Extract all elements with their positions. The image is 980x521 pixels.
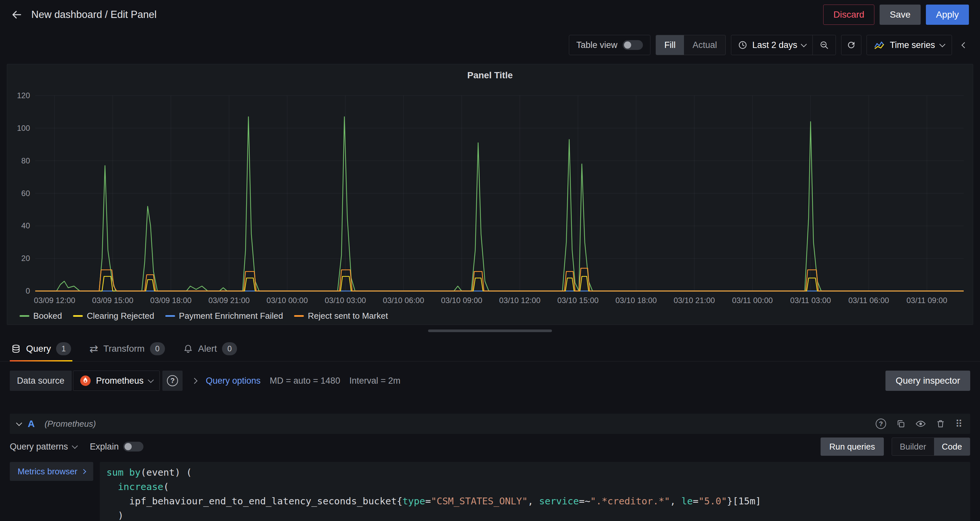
run-queries-button[interactable]: Run queries xyxy=(821,438,884,456)
metrics-browser-button[interactable]: Metrics browser xyxy=(10,462,93,481)
datasource-help-button[interactable]: ? xyxy=(162,371,183,391)
svg-text:03/10 15:00: 03/10 15:00 xyxy=(557,296,598,305)
panel: Panel Title 02040608010012003/09 12:0003… xyxy=(7,64,973,325)
fill-actual-segmented: Fill Actual xyxy=(655,35,726,55)
query-inspector-button[interactable]: Query inspector xyxy=(885,371,970,391)
tab-alert[interactable]: Alert 0 xyxy=(182,336,239,361)
actual-option[interactable]: Actual xyxy=(684,35,725,55)
svg-text:03/11 00:00: 03/11 00:00 xyxy=(732,296,773,305)
collapse-query-chevron-icon[interactable] xyxy=(16,420,22,426)
tab-query-label: Query xyxy=(26,344,51,354)
query-a-header[interactable]: A (Prometheus) ? ⠿ xyxy=(10,414,970,434)
tab-alert-badge: 0 xyxy=(222,342,237,355)
query-patterns-dropdown[interactable]: Query patterns xyxy=(10,442,77,452)
interval-text: Interval = 2m xyxy=(349,376,400,386)
discard-button[interactable]: Discard xyxy=(823,5,874,25)
svg-text:0: 0 xyxy=(26,287,30,295)
query-editor-row: Metrics browser sum by(event) ( increase… xyxy=(10,462,970,521)
datasource-row: Data source Prometheus ? Query options M… xyxy=(10,371,970,391)
datasource-select[interactable]: Prometheus xyxy=(73,371,160,391)
svg-text:03/09 18:00: 03/09 18:00 xyxy=(150,296,192,305)
fill-option[interactable]: Fill xyxy=(656,35,684,55)
chevron-left-icon xyxy=(961,42,967,48)
visualization-picker[interactable]: Time series xyxy=(867,35,952,55)
panel-resize-handle[interactable] xyxy=(428,330,552,332)
bell-icon xyxy=(183,344,193,354)
top-bar: New dashboard / Edit Panel Discard Save … xyxy=(0,0,980,29)
back-button[interactable] xyxy=(11,9,23,21)
zoom-out-icon xyxy=(819,40,829,50)
legend-swatch xyxy=(165,315,175,317)
svg-text:03/10 12:00: 03/10 12:00 xyxy=(499,296,541,305)
explain-group: Explain xyxy=(90,442,144,452)
page-title: New dashboard / Edit Panel xyxy=(31,9,156,21)
query-options-group: Query options MD = auto = 1480 Interval … xyxy=(192,376,400,386)
tab-query-badge: 1 xyxy=(56,342,71,355)
builder-code-segmented: Builder Code xyxy=(892,438,970,456)
visualization-label: Time series xyxy=(890,40,935,50)
legend-item[interactable]: Payment Enrichment Failed xyxy=(165,311,283,321)
chevron-right-icon xyxy=(191,378,197,384)
svg-text:03/10 18:00: 03/10 18:00 xyxy=(616,296,657,305)
help-circle-icon[interactable]: ? xyxy=(876,419,886,429)
datasource-name: Prometheus xyxy=(96,376,144,386)
svg-text:03/09 21:00: 03/09 21:00 xyxy=(208,296,250,305)
metrics-browser-label: Metrics browser xyxy=(18,467,77,476)
svg-text:03/10 09:00: 03/10 09:00 xyxy=(441,296,482,305)
legend-label: Reject sent to Market xyxy=(308,311,388,321)
code-option[interactable]: Code xyxy=(934,438,970,456)
timeseries-chart[interactable]: 02040608010012003/09 12:0003/09 15:0003/… xyxy=(13,83,967,308)
query-options-link[interactable]: Query options xyxy=(206,376,261,386)
tab-transform-label: Transform xyxy=(103,344,145,354)
svg-text:03/10 00:00: 03/10 00:00 xyxy=(267,296,308,305)
eye-icon[interactable] xyxy=(915,419,926,429)
svg-text:40: 40 xyxy=(21,221,30,230)
query-patterns-label: Query patterns xyxy=(10,442,68,452)
query-datasource-name: (Prometheus) xyxy=(45,419,96,429)
svg-text:100: 100 xyxy=(17,124,30,132)
timeseries-viz-icon xyxy=(874,40,885,50)
tab-query[interactable]: Query 1 xyxy=(10,336,72,361)
table-view-toggle[interactable] xyxy=(623,40,643,50)
refresh-icon xyxy=(846,40,856,50)
panel-toolbar: Table view Fill Actual Last 2 days Time … xyxy=(0,29,980,61)
legend-item[interactable]: Reject sent to Market xyxy=(294,311,388,321)
editor-tabs: Query 1 ⇄ Transform 0 Alert 0 xyxy=(0,336,980,362)
collapse-options-button[interactable] xyxy=(957,35,972,55)
query-refid: A xyxy=(28,418,35,429)
table-view-group: Table view xyxy=(569,35,651,55)
save-button[interactable]: Save xyxy=(880,5,921,25)
chevron-down-icon xyxy=(939,41,945,47)
zoom-out-button[interactable] xyxy=(813,35,835,55)
explain-toggle[interactable] xyxy=(123,442,143,451)
legend-swatch xyxy=(294,315,304,317)
drag-handle-icon[interactable]: ⠿ xyxy=(955,418,963,430)
prometheus-icon xyxy=(80,375,91,386)
svg-text:03/10 06:00: 03/10 06:00 xyxy=(383,296,424,305)
chevron-down-icon xyxy=(801,41,807,47)
legend-item[interactable]: Booked xyxy=(19,311,62,321)
refresh-button[interactable] xyxy=(841,35,861,55)
tab-alert-label: Alert xyxy=(198,344,217,354)
clock-icon xyxy=(738,40,748,50)
chart-legend: BookedClearing RejectedPayment Enrichmen… xyxy=(13,308,967,322)
legend-item[interactable]: Clearing Rejected xyxy=(73,311,154,321)
table-view-label: Table view xyxy=(576,40,617,50)
max-datapoints-text: MD = auto = 1480 xyxy=(270,376,340,386)
chevron-right-icon xyxy=(81,469,86,474)
legend-swatch xyxy=(19,315,29,317)
legend-label: Booked xyxy=(33,311,62,321)
tab-transform[interactable]: ⇄ Transform 0 xyxy=(88,336,166,361)
builder-option[interactable]: Builder xyxy=(892,438,934,456)
duplicate-icon[interactable] xyxy=(896,419,906,429)
time-range-picker[interactable]: Last 2 days xyxy=(731,35,813,55)
code-editor[interactable]: sum by(event) ( increase( ipf_behaviour_… xyxy=(100,462,970,521)
trash-icon[interactable] xyxy=(935,419,945,429)
apply-button[interactable]: Apply xyxy=(926,5,969,25)
database-icon xyxy=(11,344,21,354)
svg-text:80: 80 xyxy=(21,156,30,165)
legend-label: Payment Enrichment Failed xyxy=(179,311,283,321)
query-toolbar: Query patterns Explain Run queries Build… xyxy=(10,438,970,455)
toggle-knob xyxy=(624,41,631,49)
arrow-left-icon xyxy=(11,9,23,21)
